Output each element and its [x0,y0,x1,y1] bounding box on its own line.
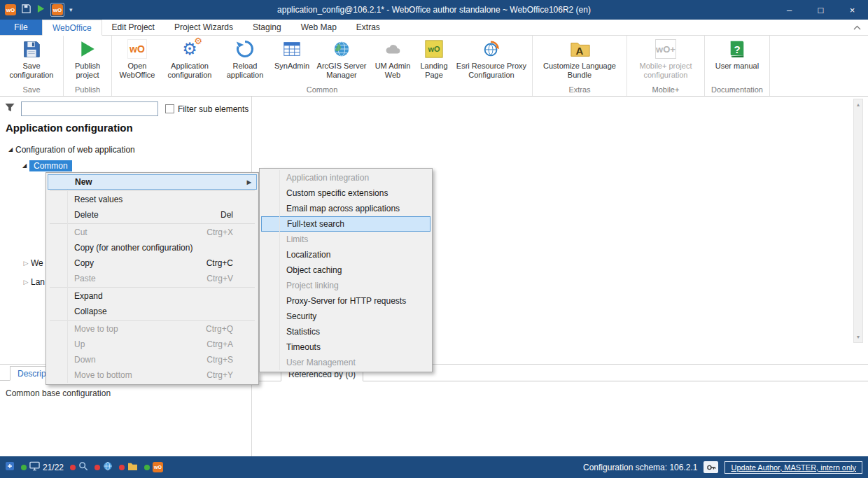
ribbon-group-documentation: ? User manual Documentation [705,36,770,96]
submenu-item-proxy-server[interactable]: Proxy-Server for HTTP requests [261,293,430,309]
filter-funnel-icon[interactable] [4,102,15,115]
computer-icon [29,461,40,473]
status-dot-red [70,465,76,470]
menu-item-collapse[interactable]: Collapse [48,304,257,319]
synadmin-button[interactable]: SynAdmin [271,36,313,85]
status-dot-red [94,465,100,470]
tab-weboffice[interactable]: WebOffice [42,20,102,36]
ribbon-group-save: Save configuration Save [0,36,64,96]
book-question-icon: ? [726,38,748,60]
app-logo-icon: wO [5,4,16,15]
collapse-ribbon-chevron-icon[interactable] [853,20,861,35]
globe-icon [103,461,113,473]
description-text: Common base configuration [6,388,111,398]
menu-item-copy-for-another[interactable]: Copy (for another configuration) [48,240,257,255]
tree-expander-collapsed-icon[interactable]: ▷ [21,279,31,286]
filter-input[interactable] [21,101,158,116]
submenu-arrow-icon: ▶ [247,179,251,185]
user-manual-button[interactable]: ? User manual [707,36,767,85]
menu-item-move-to-bottom: Move to bottomCtrg+Y [48,367,257,383]
application-window: wO wO ▾ application_config@106.2.1* - We… [0,0,868,478]
submenu-item-timeouts[interactable]: Timeouts [261,339,430,355]
status-weboffice-service: wO [144,462,163,472]
menu-item-copy[interactable]: CopyCtrg+C [48,255,257,271]
weboffice-logo-icon: wO [126,38,148,60]
folder-icon [127,462,138,473]
gears-icon: ⚙⚙ [178,38,201,60]
panel-title: Application configuration [6,122,133,134]
landing-page-icon: wO [423,38,445,60]
application-configuration-button[interactable]: ⚙⚙ Application configuration [160,36,219,85]
menu-item-down: DownCtrg+S [48,352,257,367]
tree-expander-expanded-icon[interactable]: ◢ [6,146,15,153]
scroll-down-icon[interactable]: ▼ [854,332,862,342]
submenu-item-email-map[interactable]: Email map across applications [261,201,430,216]
window-controls: – □ × [774,0,868,20]
status-search-service [70,461,88,473]
update-author-link[interactable]: Update Author, MASTER, intern only [724,461,862,474]
ribbon-group-caption-extras: Extras [535,85,624,96]
tree-root-node[interactable]: ◢ Configuration of web application [6,143,135,155]
esri-resource-proxy-button[interactable]: Esri Resource Proxy Configuration [453,36,530,85]
quick-publish-icon[interactable] [36,3,46,16]
landing-page-button[interactable]: wO Landing Page [415,36,453,85]
menu-item-new[interactable]: New ▶ [48,174,257,190]
tree-expander-collapsed-icon[interactable]: ▷ [21,260,31,267]
ribbon: Save configuration Save Publish project … [0,36,868,97]
um-admin-web-button[interactable]: UM Admin Web [370,36,415,85]
globe-icon [330,38,353,60]
menu-item-expand[interactable]: Expand [48,288,257,304]
ribbon-group-caption-documentation: Documentation [707,85,767,96]
tree-node-partial-1[interactable]: ▷ We [21,257,43,269]
submenu-item-project-linking: Project linking [261,278,430,293]
vertical-scrollbar[interactable]: ▲ ▼ [853,99,863,343]
submenu-item-custom-specific-extensions[interactable]: Custom specific extensions [261,185,430,201]
status-bar: 21/22 wO Configuration schema: 106.2.1 [0,456,868,478]
customize-language-bundle-button[interactable]: A Customize Language Bundle [535,36,624,85]
tab-extras[interactable]: Extras [346,20,390,35]
tree-node-common-selected[interactable]: ◢ Common [20,160,72,171]
save-configuration-button[interactable]: Save configuration [2,36,61,85]
cloud-icon [382,38,404,60]
tab-project-wizards[interactable]: Project Wizards [164,20,243,35]
submenu-item-full-text-search[interactable]: Full-text search [261,216,430,232]
tree-expander-expanded-icon[interactable]: ◢ [20,162,29,169]
reload-application-button[interactable]: Reload application [219,36,271,85]
quick-weboffice-icon[interactable]: wO [50,3,64,17]
submenu-item-localization[interactable]: Localization [261,247,430,262]
maximize-button[interactable]: □ [805,0,836,20]
tab-file[interactable]: File [0,20,42,35]
ribbon-group-common: wO Open WebOffice ⚙⚙ Application configu… [112,36,533,96]
status-folder-service [119,462,138,473]
menu-separator [50,190,255,191]
status-web-service [94,461,113,473]
weboffice-logo-icon: wO [153,462,163,472]
status-connection: 21/22 [21,461,64,473]
submenu-item-statistics[interactable]: Statistics [261,324,430,339]
tree-node-partial-2[interactable]: ▷ Lan [21,276,45,288]
arcgis-server-manager-button[interactable]: ArcGIS Server Manager [313,36,370,85]
magnifier-icon [78,461,88,473]
key-button[interactable] [704,461,718,473]
tab-staging[interactable]: Staging [243,20,291,35]
menu-item-delete[interactable]: DeleteDel [48,207,257,223]
menu-separator [50,320,255,321]
menu-item-reset-values[interactable]: Reset values [48,192,257,207]
folder-language-icon: A [568,38,591,60]
tab-edit-project[interactable]: Edit Project [102,20,164,35]
scroll-up-icon[interactable]: ▲ [854,99,862,110]
status-dot-green [144,465,150,470]
submenu-item-security[interactable]: Security [261,309,430,324]
submenu-item-object-caching[interactable]: Object caching [261,262,430,278]
ribbon-group-publish: Publish project Publish [64,36,112,96]
minimize-button[interactable]: – [774,0,805,20]
quick-save-icon[interactable] [21,3,31,17]
publish-project-button[interactable]: Publish project [66,36,109,85]
quick-access-dropdown-icon[interactable]: ▾ [69,6,73,13]
submenu-item-limits: Limits [261,232,430,247]
filter-sub-elements-checkbox[interactable] [165,104,174,113]
close-button[interactable]: × [836,0,868,20]
tab-web-map[interactable]: Web Map [291,20,346,35]
reload-icon [234,38,256,60]
open-weboffice-button[interactable]: wO Open WebOffice [114,36,160,85]
